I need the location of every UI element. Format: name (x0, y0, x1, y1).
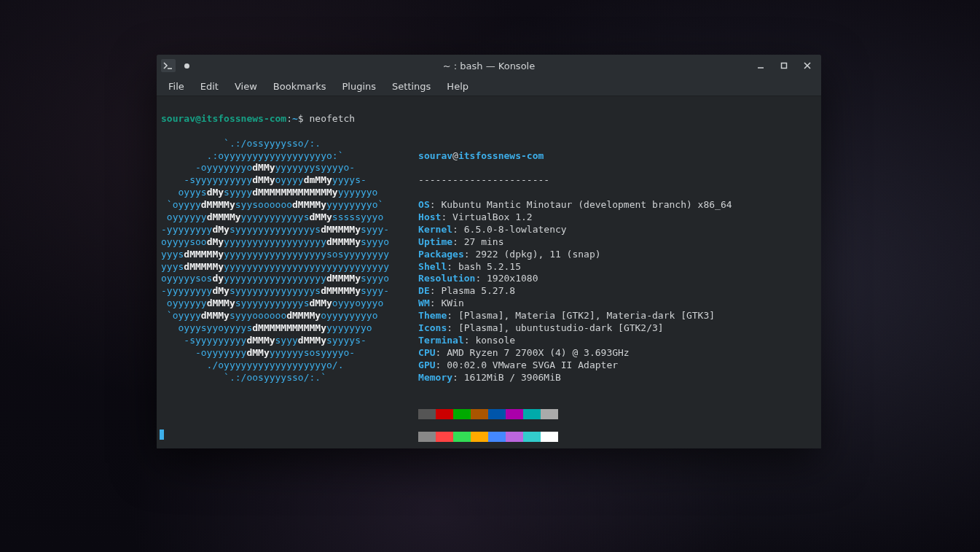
info-key: GPU (418, 359, 435, 370)
info-key: OS (418, 199, 430, 210)
titlebar[interactable]: ~ : bash — Konsole (157, 55, 821, 77)
info-value: : 2922 (dpkg), 11 (snap) (464, 249, 601, 260)
info-key: WM (418, 298, 430, 308)
prompt-at: @ (195, 113, 201, 124)
logo-line: -oyyyyyyyodMMyyyyyyyysyyyyo- (161, 162, 389, 174)
prompt-colon: : (286, 113, 292, 124)
logo-line: yyysdMMMMMyyyyyyyyyyyyyyyyyyysosyyyyyyyy (161, 249, 389, 261)
info-value: : Kubuntu Mantic Minotaur (development b… (430, 199, 732, 210)
logo-line: oyyyyyydMMMMyyyyyyyyyyyysdMMysssssyyyo (161, 211, 389, 224)
info-line: Icons: [Plasma], ubuntustudio-dark [GTK2… (418, 322, 732, 335)
logo-line: oyyysyyoyyyysdMMMMMMMMMMMyyyyyyyyo (161, 322, 389, 335)
typed-command: neofetch (310, 113, 356, 124)
info-key: Shell (418, 261, 447, 272)
logo-line: -yyyyyyyydMysyyyyyyyyyyyyyysdMMMMMysyyy- (161, 285, 389, 298)
color-swatch (453, 432, 471, 442)
color-swatch (453, 409, 471, 419)
prompt-path: ~ (292, 113, 298, 124)
maximize-button[interactable] (773, 56, 795, 75)
info-value: : [Plasma], ubuntustudio-dark [GTK2/3] (447, 322, 663, 333)
window-title: ~ : bash — Konsole (157, 61, 821, 71)
neofetch-header: sourav@itsfossnews-com (418, 150, 732, 163)
header-at: @ (452, 150, 458, 161)
logo-line: `.:/ossyyyysso/:. (161, 138, 389, 150)
info-line: OS: Kubuntu Mantic Minotaur (development… (418, 199, 732, 211)
info-key: Terminal (418, 335, 464, 346)
info-line: Host: VirtualBox 1.2 (418, 211, 732, 224)
info-value: : 00:02.0 VMware SVGA II Adapter (436, 359, 618, 370)
color-swatch (523, 409, 541, 419)
distro-ascii-logo: `.:/ossyyyysso/:. .:oyyyyyyyyyyyyyyyyyyo… (161, 138, 389, 448)
info-line: DE: Plasma 5.27.8 (418, 285, 732, 298)
logo-line: -syyyyyyyyyydMMyoyyyydmMMyyyyys- (161, 174, 389, 187)
menu-file[interactable]: File (161, 79, 192, 94)
info-line: WM: KWin (418, 298, 732, 310)
desktop-wallpaper: ~ : bash — Konsole File Edit View (0, 0, 980, 552)
terminal-app-icon (161, 59, 176, 72)
color-swatch (488, 409, 506, 419)
color-swatch (471, 432, 488, 442)
info-line: Theme: [Plasma], Materia [GTK2], Materia… (418, 310, 732, 322)
logo-line: `oyyyydMMMysyyyoooooodMMMMyoyyyyyyyyo (161, 310, 389, 322)
logo-line: -oyyyyyyydMMyyyyyyysosyyyyo- (161, 347, 389, 359)
menubar: File Edit View Bookmarks Plugins Setting… (157, 77, 821, 96)
logo-line: oyyysdMysyyyydMMMMMMMMMMMMMyyyyyyyo (161, 187, 389, 199)
info-key: Kernel (418, 224, 452, 235)
info-key: DE (418, 285, 430, 296)
info-value: : 1612MiB / 3906MiB (452, 372, 561, 383)
svg-rect-2 (782, 63, 787, 69)
info-key: Uptime (418, 236, 452, 247)
logo-line: .:oyyyyyyyyyyyyyyyyyyo:` (161, 150, 389, 163)
info-value: : [Plasma], Materia [GTK2], Materia-dark… (447, 310, 715, 321)
logo-line: yyysdMMMMMyyyyyyyyyyyyyyyyyyyyyyyyyyyyyy (161, 261, 389, 273)
logo-line: oyyyysoodMyyyyyyyyyyyyyyyyyyydMMMMysyyyo (161, 236, 389, 249)
neofetch-output: `.:/ossyyyysso/:. .:oyyyyyyyyyyyyyyyyyyo… (161, 138, 817, 448)
color-swatch (471, 409, 488, 419)
info-key: Theme (418, 310, 447, 321)
menu-help[interactable]: Help (439, 79, 476, 94)
color-swatch (506, 409, 523, 419)
color-swatch (488, 432, 506, 442)
tab-modified-indicator-icon (184, 63, 189, 69)
info-line: Shell: bash 5.2.15 (418, 261, 732, 273)
prompt-line-1: sourav@itsfossnews-com:~$ neofetch (161, 113, 817, 125)
color-swatch (523, 432, 541, 442)
info-line: CPU: AMD Ryzen 7 2700X (4) @ 3.693GHz (418, 347, 732, 359)
info-line: Terminal: konsole (418, 335, 732, 347)
menu-plugins[interactable]: Plugins (334, 79, 383, 94)
info-value: : VirtualBox 1.2 (441, 211, 532, 222)
info-value: : konsole (464, 335, 515, 346)
konsole-window: ~ : bash — Konsole File Edit View (157, 55, 821, 448)
header-user: sourav (418, 150, 452, 161)
info-value: : bash 5.2.15 (447, 261, 521, 272)
info-value: : KWin (430, 298, 464, 308)
logo-line: `oyyyydMMMMysyysoooooodMMMMyyyyyyyyyo` (161, 199, 389, 211)
color-swatch (418, 409, 436, 419)
info-key: CPU (418, 347, 435, 358)
color-swatch (418, 432, 436, 442)
info-line: Resolution: 1920x1080 (418, 273, 732, 285)
logo-line: oyyyyysosdyyyyyyyyyyyyyyyyyyydMMMMysyyyo (161, 273, 389, 285)
color-swatch (541, 409, 558, 419)
menu-settings[interactable]: Settings (385, 79, 438, 94)
color-swatch (436, 409, 453, 419)
info-line: Kernel: 6.5.0-8-lowlatency (418, 224, 732, 236)
logo-line: `.:/oosyyyysso/:.` (161, 372, 389, 384)
menu-view[interactable]: View (227, 79, 264, 94)
menu-bookmarks[interactable]: Bookmarks (266, 79, 334, 94)
minimize-button[interactable] (750, 56, 772, 75)
color-swatches-row-2 (418, 432, 732, 442)
info-line: Packages: 2922 (dpkg), 11 (snap) (418, 249, 732, 261)
neofetch-info-column: sourav@itsfossnews-com -----------------… (418, 138, 732, 448)
color-swatch (541, 432, 558, 442)
logo-line: -yyyyyyyydMysyyyyyyyyyyyyyysdMMMMMysyyy- (161, 224, 389, 236)
terminal-viewport[interactable]: sourav@itsfossnews-com:~$ neofetch `.:/o… (157, 96, 821, 448)
scrollback-indicator (160, 429, 164, 440)
info-key: Icons (418, 322, 447, 333)
neofetch-divider: ----------------------- (418, 174, 732, 187)
info-value: : AMD Ryzen 7 2700X (4) @ 3.693GHz (436, 347, 630, 358)
menu-edit[interactable]: Edit (193, 79, 226, 94)
close-button[interactable] (796, 56, 818, 75)
info-line: Memory: 1612MiB / 3906MiB (418, 372, 732, 384)
info-line: GPU: 00:02.0 VMware SVGA II Adapter (418, 359, 732, 372)
